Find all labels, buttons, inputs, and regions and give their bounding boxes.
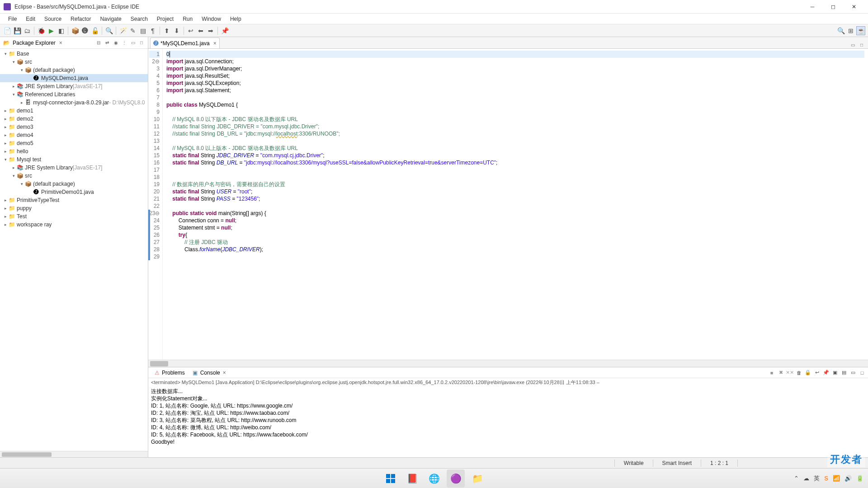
close-view-icon[interactable]: × bbox=[58, 40, 63, 46]
open-perspective-icon[interactable]: ⊞ bbox=[846, 26, 855, 35]
tree-item[interactable]: ▾📁Base bbox=[0, 50, 148, 58]
tree-toggle-icon[interactable]: ▾ bbox=[3, 157, 8, 162]
tree-item[interactable]: ▾📦src bbox=[0, 172, 148, 180]
start-button[interactable] bbox=[382, 469, 400, 488]
tree-item[interactable]: ▸📁demo4 bbox=[0, 131, 148, 139]
menu-help[interactable]: Help bbox=[226, 14, 246, 23]
tree-item[interactable]: ▸📁PrimitiveTypeTest bbox=[0, 196, 148, 204]
remove-launch-icon[interactable]: ✖ bbox=[777, 369, 785, 377]
tree-toggle-icon[interactable]: ▸ bbox=[3, 108, 8, 113]
close-console-icon[interactable]: × bbox=[222, 370, 227, 376]
tree-toggle-icon[interactable]: ▸ bbox=[3, 125, 8, 129]
tree-item[interactable]: ▸📁demo2 bbox=[0, 115, 148, 123]
forward-icon[interactable]: ➡ bbox=[206, 26, 215, 35]
tree-toggle-icon[interactable]: ▾ bbox=[19, 68, 24, 72]
tree-item[interactable]: ▸📁demo3 bbox=[0, 123, 148, 131]
tree-toggle-icon[interactable]: ▸ bbox=[3, 198, 8, 202]
code-editor[interactable]: 12⊖34567891011121314151617181920212223⊖2… bbox=[148, 49, 868, 360]
code-content[interactable]: 0import java.sql.Connection;import java.… bbox=[163, 49, 868, 360]
pin-icon[interactable]: 📌 bbox=[220, 26, 229, 35]
tree-item[interactable]: ▸🗄mysql-connector-java-8.0.29.jar - D:\M… bbox=[0, 99, 148, 107]
tree-toggle-icon[interactable]: ▸ bbox=[3, 214, 8, 219]
tree-toggle-icon[interactable]: ▾ bbox=[11, 92, 16, 97]
tree-toggle-icon[interactable]: ▸ bbox=[19, 100, 24, 105]
scroll-lock-icon[interactable]: 🔒 bbox=[804, 369, 812, 377]
prev-annotation-icon[interactable]: ⬆ bbox=[162, 26, 171, 35]
minimize-editor-icon[interactable]: ▭ bbox=[849, 41, 856, 48]
sogou-ime-icon[interactable]: S bbox=[824, 475, 828, 482]
remove-all-icon[interactable]: ⨯⨯ bbox=[786, 369, 794, 377]
quick-access-icon[interactable]: 🔍 bbox=[836, 26, 845, 35]
tree-item[interactable]: 🅙MySQLDemo1.java bbox=[0, 74, 148, 82]
new-package-icon[interactable]: 📦 bbox=[71, 26, 80, 35]
tree-toggle-icon[interactable]: ▸ bbox=[3, 117, 8, 121]
problems-tab[interactable]: ⚠ Problems bbox=[150, 368, 189, 377]
open-console-icon[interactable]: ▤ bbox=[840, 369, 848, 377]
toggle-block-icon[interactable]: ▤ bbox=[138, 26, 147, 35]
view-menu-icon[interactable]: ⋮ bbox=[121, 39, 128, 47]
save-icon[interactable]: 💾 bbox=[13, 26, 22, 35]
editor-hscroll[interactable] bbox=[148, 360, 868, 367]
tree-toggle-icon[interactable]: ▸ bbox=[3, 206, 8, 211]
pin-console-icon[interactable]: 📌 bbox=[822, 369, 830, 377]
word-wrap-icon[interactable]: ↩ bbox=[813, 369, 821, 377]
back-icon[interactable]: ⬅ bbox=[196, 26, 205, 35]
display-console-icon[interactable]: ▣ bbox=[831, 369, 839, 377]
open-type-icon[interactable]: 🔓 bbox=[90, 26, 99, 35]
menu-source[interactable]: Source bbox=[40, 14, 66, 23]
close-window-button[interactable]: ✕ bbox=[844, 0, 864, 14]
tree-item[interactable]: ▾📦(default package) bbox=[0, 180, 148, 188]
run-icon[interactable]: ▶ bbox=[47, 26, 56, 35]
menu-refactor[interactable]: Refactor bbox=[66, 14, 95, 23]
tree-item[interactable]: ▾📚Referenced Libraries bbox=[0, 90, 148, 99]
console-output[interactable]: 连接数据库... 实例化Statement对象...ID: 1, 站点名称: G… bbox=[148, 387, 868, 457]
maximize-editor-icon[interactable]: □ bbox=[858, 41, 865, 48]
wand-icon[interactable]: 🪄 bbox=[118, 26, 127, 35]
new-icon[interactable]: 📄 bbox=[3, 26, 12, 35]
show-whitespace-icon[interactable]: ¶ bbox=[148, 26, 157, 35]
sidebar-hscroll[interactable] bbox=[0, 451, 148, 457]
toggle-mark-icon[interactable]: ✎ bbox=[128, 26, 137, 35]
tree-item[interactable]: ▾📁Mysql test bbox=[0, 155, 148, 164]
terminate-icon[interactable]: ■ bbox=[768, 369, 776, 377]
tree-item[interactable]: ▸📚JRE System Library [JavaSE-17] bbox=[0, 82, 148, 90]
new-class-icon[interactable]: 🅒 bbox=[80, 26, 90, 35]
editor-tab-mysqldemo1[interactable]: 🅙 *MySQLDemo1.java × bbox=[150, 38, 220, 48]
coverage-icon[interactable]: ◧ bbox=[57, 26, 66, 35]
next-annotation-icon[interactable]: ⬇ bbox=[172, 26, 181, 35]
ime-indicator[interactable]: 英 bbox=[814, 474, 820, 483]
project-tree[interactable]: ▾📁Base▾📦src▾📦(default package)🅙MySQLDemo… bbox=[0, 49, 148, 451]
debug-icon[interactable]: 🐞 bbox=[37, 26, 46, 35]
task-app-1[interactable]: 📕 bbox=[403, 469, 421, 488]
tree-item[interactable]: ▸📁Test bbox=[0, 212, 148, 221]
search-icon[interactable]: 🔍 bbox=[104, 26, 113, 35]
tree-item[interactable]: 🅙PrimitiveDemo01.java bbox=[0, 188, 148, 196]
tree-toggle-icon[interactable]: ▸ bbox=[3, 133, 8, 137]
last-edit-icon[interactable]: ↩ bbox=[186, 26, 195, 35]
menu-file[interactable]: File bbox=[4, 14, 21, 23]
file-explorer-icon[interactable]: 📁 bbox=[468, 469, 486, 488]
menu-search[interactable]: Search bbox=[126, 14, 152, 23]
tree-item[interactable]: ▸📁demo5 bbox=[0, 139, 148, 147]
menu-edit[interactable]: Edit bbox=[21, 14, 40, 23]
tree-item[interactable]: ▸📚JRE System Library [JavaSE-17] bbox=[0, 164, 148, 172]
minimize-button[interactable]: ─ bbox=[802, 0, 823, 14]
tree-item[interactable]: ▸📁workspace ray bbox=[0, 221, 148, 229]
save-all-icon[interactable]: 🗂 bbox=[23, 26, 32, 35]
max-panel-icon[interactable]: □ bbox=[858, 369, 866, 377]
tree-item[interactable]: ▾📦src bbox=[0, 58, 148, 66]
focus-icon[interactable]: ◉ bbox=[112, 39, 119, 47]
tree-toggle-icon[interactable]: ▸ bbox=[11, 165, 16, 170]
collapse-all-icon[interactable]: ⊟ bbox=[95, 39, 102, 47]
console-tab[interactable]: ▣ Console × bbox=[189, 368, 231, 377]
menu-run[interactable]: Run bbox=[178, 14, 197, 23]
min-panel-icon[interactable]: ▭ bbox=[849, 369, 857, 377]
tree-toggle-icon[interactable]: ▾ bbox=[3, 52, 8, 56]
wifi-icon[interactable]: 📶 bbox=[833, 475, 840, 482]
eclipse-task-icon[interactable]: 🟣 bbox=[447, 469, 465, 488]
clear-console-icon[interactable]: 🗑 bbox=[795, 369, 803, 377]
link-editor-icon[interactable]: ⇄ bbox=[104, 39, 111, 47]
maximize-view-icon[interactable]: □ bbox=[138, 39, 145, 47]
java-perspective-icon[interactable]: ☕ bbox=[856, 26, 865, 35]
volume-icon[interactable]: 🔊 bbox=[844, 475, 852, 482]
